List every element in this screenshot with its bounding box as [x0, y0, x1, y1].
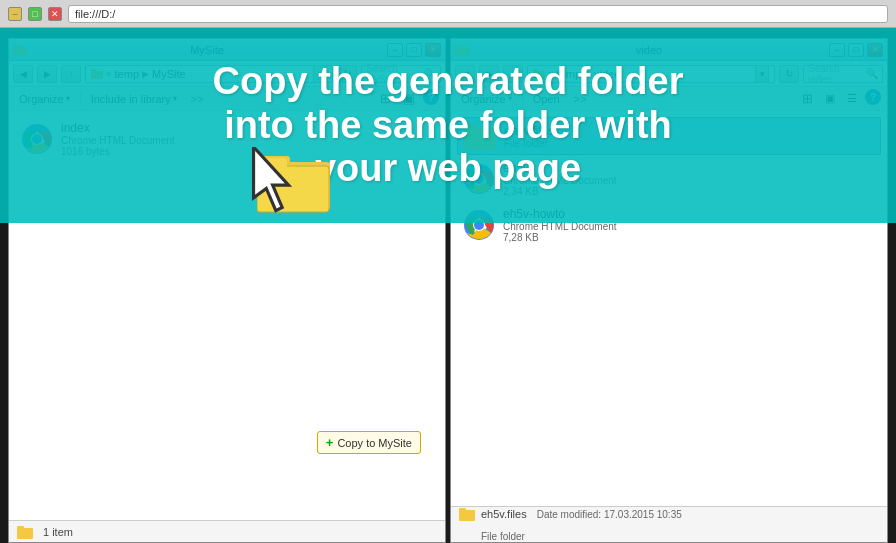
svg-marker-14: [254, 147, 289, 211]
right-back-btn[interactable]: ◀: [455, 65, 475, 83]
copy-to-mysite-tooltip: Copy to MySite: [317, 431, 421, 454]
left-organize-arrow: ▾: [66, 94, 70, 103]
left-statusbar: 1 item: [9, 520, 445, 542]
left-forward-btn[interactable]: ▶: [37, 65, 57, 83]
left-breadcrumb-sep1: «: [106, 68, 112, 79]
chrome-icon-eh5v: [463, 163, 495, 195]
left-status-folder-icon: [17, 525, 33, 539]
right-forward-btn[interactable]: ▶: [479, 65, 499, 83]
left-view-btn[interactable]: ⊞: [376, 89, 395, 108]
right-eh5v-info: eh5v Chrome HTML Document 2,34 KB: [503, 161, 875, 197]
left-explorer-window: MySite – □ ✕ ◀ ▶ ↑ « temp ▶: [8, 38, 446, 543]
svg-rect-20: [464, 124, 477, 132]
left-title-folder-icon: [13, 44, 27, 56]
right-help-btn[interactable]: ?: [865, 89, 881, 105]
right-search-text: Search video: [808, 63, 863, 85]
right-eh5v-howto-info: eh5v-howto Chrome HTML Document 7,28 KB: [503, 207, 875, 243]
svg-rect-3: [91, 69, 96, 73]
left-search-text: Search MySite: [366, 63, 421, 85]
left-organize-label: Organize: [19, 93, 64, 105]
svg-rect-16: [455, 45, 461, 49]
right-organize-label: Organize: [461, 93, 506, 105]
left-search-box[interactable]: Search MySite 🔍: [361, 65, 441, 83]
right-file-eh5v[interactable]: eh5v Chrome HTML Document 2,34 KB: [457, 157, 881, 201]
mouse-cursor: [239, 147, 319, 217]
maximize-button[interactable]: □: [28, 7, 42, 21]
left-file-index[interactable]: index Chrome HTML Document 1016 bytes: [15, 117, 439, 161]
main-content: MySite – □ ✕ ◀ ▶ ↑ « temp ▶: [0, 28, 896, 543]
browser-address-bar[interactable]: file:///D:/: [68, 5, 888, 23]
left-include-library-btn[interactable]: Include in library ▾: [87, 91, 181, 107]
right-search-box[interactable]: Search video 🔍: [803, 65, 883, 83]
svg-point-24: [474, 174, 484, 184]
right-breadcrumb-sep1: «: [548, 68, 554, 79]
right-view-btn3[interactable]: ☰: [843, 89, 861, 108]
right-view-btn1[interactable]: ⊞: [798, 89, 817, 108]
right-organize-btn[interactable]: Organize ▾: [457, 91, 516, 107]
right-address-box[interactable]: « temp ▶ video ▾: [527, 65, 775, 83]
left-title-text: MySite: [30, 44, 384, 56]
right-addr-folder-icon: [533, 69, 545, 79]
right-file-eh5v-files[interactable]: eh5v.files File folder: [457, 117, 881, 155]
left-max-btn[interactable]: □: [406, 43, 422, 57]
right-toolbar: Organize ▾ Open >> ⊞ ▣ ☰ ?: [451, 87, 887, 111]
left-toolbar-sep1: [80, 92, 81, 106]
left-min-btn[interactable]: –: [387, 43, 403, 57]
right-min-btn[interactable]: –: [829, 43, 845, 57]
right-breadcrumb-dropdown[interactable]: ▾: [755, 65, 769, 83]
right-close-btn[interactable]: ✕: [867, 43, 883, 57]
left-breadcrumb-mysite: MySite: [152, 68, 186, 80]
left-refresh-btn[interactable]: ↻: [337, 65, 357, 83]
left-breadcrumb-dropdown[interactable]: ▾: [313, 65, 327, 83]
left-addr-folder-icon: [91, 69, 103, 79]
left-organize-btn[interactable]: Organize ▾: [15, 91, 74, 107]
left-help-btn[interactable]: ?: [423, 89, 439, 105]
chrome-icon-eh5v-howto: [463, 209, 495, 241]
minimize-button[interactable]: –: [8, 7, 22, 21]
right-breadcrumb-arrow1: ▶: [584, 69, 591, 79]
right-up-btn[interactable]: ↑: [503, 65, 523, 83]
left-detail-btn[interactable]: ▣: [399, 89, 419, 108]
right-status-row: eh5v.files Date modified: 17.03.2015 10:…: [459, 507, 682, 521]
right-title-folder-icon: [455, 44, 469, 56]
left-search-icon[interactable]: 🔍: [424, 68, 436, 79]
browser-bar: – □ ✕ file:///D:/: [0, 0, 896, 28]
left-toolbar-right: ⊞ ▣ ?: [376, 89, 439, 108]
svg-rect-1: [13, 45, 19, 49]
svg-rect-30: [459, 508, 466, 513]
right-organize-arrow: ▾: [508, 94, 512, 103]
left-more-btn[interactable]: >>: [187, 91, 208, 107]
chrome-icon-index: [21, 123, 53, 155]
right-eh5v-howto-name: eh5v-howto: [503, 207, 875, 221]
left-address-box[interactable]: « temp ▶ MySite ▾: [85, 65, 333, 83]
left-close-btn[interactable]: ✕: [425, 43, 441, 57]
right-eh5v-size: 2,34 KB: [503, 186, 875, 197]
right-view-btn2[interactable]: ▣: [821, 89, 839, 108]
left-back-btn[interactable]: ◀: [13, 65, 33, 83]
right-eh5v-files-name: eh5v.files: [504, 124, 874, 138]
right-more-btn[interactable]: >>: [570, 91, 591, 107]
dragged-folder[interactable]: [257, 144, 337, 219]
left-file-list: index Chrome HTML Document 1016 bytes: [9, 111, 445, 520]
left-up-btn[interactable]: ↑: [61, 65, 81, 83]
right-title-text: video: [472, 44, 826, 56]
right-file-eh5v-howto[interactable]: eh5v-howto Chrome HTML Document 7,28 KB: [457, 203, 881, 247]
right-search-icon[interactable]: 🔍: [866, 68, 878, 79]
left-include-label: Include in library: [91, 93, 171, 105]
right-titlebar: video – □ ✕: [451, 39, 887, 61]
right-explorer-window: video – □ ✕ ◀ ▶ ↑ « temp ▶ video: [450, 38, 888, 543]
close-window-button[interactable]: ✕: [48, 7, 62, 21]
right-open-btn[interactable]: Open: [529, 91, 564, 107]
right-max-btn[interactable]: □: [848, 43, 864, 57]
left-include-arrow: ▾: [173, 94, 177, 103]
left-breadcrumb-temp: temp: [115, 68, 139, 80]
svg-point-7: [32, 134, 42, 144]
browser-address-text: file:///D:/: [75, 8, 115, 20]
right-folder-icon-1: [464, 122, 496, 150]
left-breadcrumb-arrow1: ▶: [142, 69, 149, 79]
right-open-label: Open: [533, 93, 560, 105]
right-refresh-btn[interactable]: ↻: [779, 65, 799, 83]
right-breadcrumb-video: video: [594, 68, 620, 80]
right-toolbar-right: ⊞ ▣ ☰ ?: [798, 89, 881, 108]
left-toolbar: Organize ▾ Include in library ▾ >> ⊞ ▣ ?: [9, 87, 445, 111]
